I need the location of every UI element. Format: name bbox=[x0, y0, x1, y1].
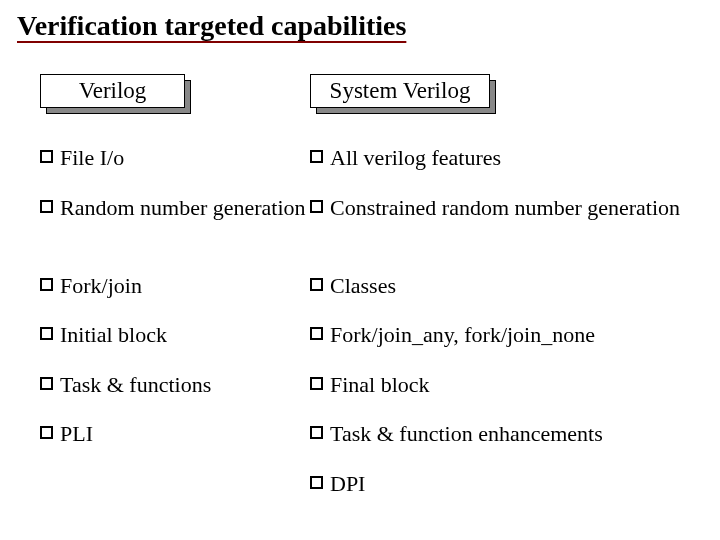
square-bullet-icon bbox=[40, 426, 53, 439]
square-bullet-icon bbox=[310, 476, 323, 489]
square-bullet-icon bbox=[310, 426, 323, 439]
list-item: Task & functions bbox=[40, 371, 310, 399]
system-verilog-header-box: System Verilog bbox=[310, 74, 690, 112]
list-item-label: Constrained random number generation bbox=[330, 194, 690, 222]
list-item: Random number generation bbox=[40, 194, 310, 250]
list-item-label: File I/o bbox=[60, 144, 310, 172]
slide-title: Verification targeted capabilities bbox=[17, 10, 700, 46]
list-item-label: Task & function enhancements bbox=[330, 420, 690, 448]
list-item-label: DPI bbox=[330, 470, 690, 498]
list-item: Initial block bbox=[40, 321, 310, 349]
list-item: Fork/join bbox=[40, 272, 310, 300]
square-bullet-icon bbox=[310, 278, 323, 291]
list-item: Task & function enhancements bbox=[310, 420, 690, 448]
list-item-label: Final block bbox=[330, 371, 690, 399]
list-item: Final block bbox=[310, 371, 690, 399]
list-item-label: Initial block bbox=[60, 321, 310, 349]
verilog-header-label: Verilog bbox=[40, 74, 185, 108]
list-item-label: Fork/join bbox=[60, 272, 310, 300]
list-item: PLI bbox=[40, 420, 310, 448]
square-bullet-icon bbox=[40, 150, 53, 163]
square-bullet-icon bbox=[40, 200, 53, 213]
system-verilog-column: System Verilog All verilog features Cons… bbox=[310, 74, 690, 519]
list-item-label: Random number generation bbox=[60, 194, 310, 222]
square-bullet-icon bbox=[310, 327, 323, 340]
list-item: Constrained random number generation bbox=[310, 194, 690, 250]
list-item: DPI bbox=[310, 470, 690, 498]
verilog-header-box: Verilog bbox=[40, 74, 310, 112]
list-item-label: Fork/join_any, fork/join_none bbox=[330, 321, 690, 349]
square-bullet-icon bbox=[310, 150, 323, 163]
square-bullet-icon bbox=[40, 327, 53, 340]
list-item: All verilog features bbox=[310, 144, 690, 172]
comparison-columns: Verilog File I/o Random number generatio… bbox=[15, 74, 700, 519]
square-bullet-icon bbox=[310, 377, 323, 390]
list-item-label: All verilog features bbox=[330, 144, 690, 172]
verilog-column: Verilog File I/o Random number generatio… bbox=[15, 74, 310, 519]
list-item: File I/o bbox=[40, 144, 310, 172]
list-item-label: Classes bbox=[330, 272, 690, 300]
list-item-label: PLI bbox=[60, 420, 310, 448]
square-bullet-icon bbox=[40, 278, 53, 291]
system-verilog-header-label: System Verilog bbox=[310, 74, 490, 108]
list-item: Fork/join_any, fork/join_none bbox=[310, 321, 690, 349]
square-bullet-icon bbox=[40, 377, 53, 390]
list-item: Classes bbox=[310, 272, 690, 300]
square-bullet-icon bbox=[310, 200, 323, 213]
list-item-label: Task & functions bbox=[60, 371, 310, 399]
